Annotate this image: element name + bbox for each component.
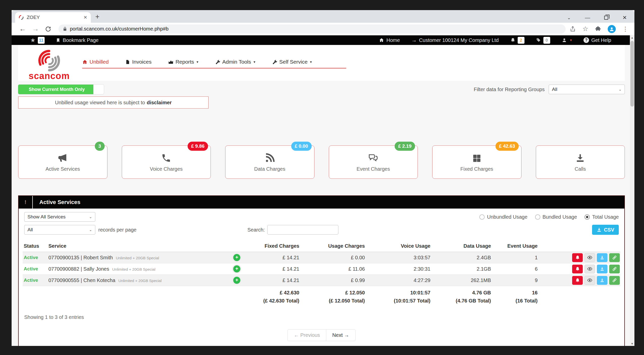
nav-invoices-label: Invoices [132,59,152,65]
address-bar[interactable]: portal.scancom.co.uk/customerHome.php#b [58,24,566,34]
search-input[interactable] [267,225,338,235]
card-voice-charges[interactable]: £ 9.86 Voice Charges [122,145,211,179]
tab-search-chevron-icon[interactable]: ⌄ [567,15,571,20]
nav-unbilled[interactable]: Unbilled [82,59,109,65]
col-service: Service [48,243,226,249]
extensions-puzzle-icon[interactable] [595,26,601,32]
tab-close-icon[interactable]: ✕ [83,15,87,20]
share-icon[interactable] [570,26,576,32]
download-button[interactable] [597,253,607,262]
table-totals-row: £ 42.630 (£ 42.630 Total) £ 12.050 (£ 12… [23,286,620,308]
card-badge: £ 0.00 [291,142,312,151]
current-month-toggle[interactable]: Show Current Month Only [18,85,104,94]
scroll-down-icon[interactable]: ▼ [630,341,634,346]
get-help-button[interactable]: ? Get Help [583,37,611,43]
panel-header: ! Active Services [19,196,624,209]
new-tab-button[interactable]: + [95,13,99,21]
services-filter-value: Show All Services [27,214,66,220]
favorites-badge: 11 [38,37,45,44]
home-link[interactable]: Home [379,37,400,43]
user-menu-button[interactable]: ▾ [562,38,572,43]
alert-bell-button[interactable] [572,253,583,262]
customer-link[interactable]: → Customer 100124 My Company Ltd [412,37,499,43]
radio-unbundled-usage[interactable]: Unbundled Usage [479,214,527,220]
favicon [19,15,24,20]
refresh-icon[interactable] [45,26,51,32]
reporting-groups-label: Filter data for Reporting Groups [474,87,545,92]
home-icon [379,38,384,43]
reporting-groups-value: All [552,87,557,92]
nav-reports[interactable]: Reports ▾ [168,59,198,65]
nav-self-service[interactable]: Self Service ▾ [272,59,312,65]
scrollbar-thumb[interactable] [630,41,634,107]
table-summary: Showing 1 to 3 of 3 entries [19,308,624,323]
home-icon [82,59,87,65]
arrow-right-icon: → [412,37,417,43]
favorites-button[interactable]: ★ 11 [30,37,45,44]
minimize-button[interactable]: — [585,15,590,21]
tags-button[interactable]: 0 [536,37,550,44]
card-label: Voice Charges [150,166,183,172]
back-icon[interactable]: ← [19,25,26,33]
radio-bundled-usage[interactable]: Bundled Usage [535,214,577,220]
previous-page-button[interactable]: ← Previous [288,329,326,341]
expand-row-button[interactable]: + [233,254,240,261]
cell-data-usage: 2.4GB [433,255,493,261]
card-label: Active Services [45,166,80,172]
summary-cards: 3 Active Services £ 9.86 Voice Charges £… [18,145,625,179]
reporting-groups-select[interactable]: All ⌄ [549,85,625,94]
notifications-badge: 2 [518,37,524,44]
disclaimer-notice: Unbilled usage viewed here is subject to… [18,96,209,109]
view-button[interactable] [584,265,595,273]
link-button[interactable] [609,276,620,285]
download-button[interactable] [597,265,607,273]
notifications-button[interactable]: 2 [510,37,524,44]
card-badge: £ 9.86 [188,142,208,151]
url-text: portal.scancom.co.uk/customerHome.php#b [70,26,168,32]
card-fixed-charges[interactable]: £ 42.63 Fixed Charges [432,145,521,179]
page-scrollbar[interactable]: ▲ ▼ [630,35,634,346]
bookmark-page-button[interactable]: Bookmark Page [56,37,99,43]
restore-button[interactable] [604,16,608,20]
tags-icon [536,38,541,43]
records-per-page-select[interactable]: All ⌄ [24,225,95,235]
view-button[interactable] [584,253,595,262]
card-data-charges[interactable]: £ 0.00 Data Charges [225,145,314,179]
link-button[interactable] [609,253,620,262]
close-window-button[interactable]: ✕ [622,15,627,21]
radio-total-usage[interactable]: Total Usage [584,214,619,220]
forward-icon[interactable]: → [32,25,39,33]
home-label: Home [386,37,400,43]
expand-row-button[interactable]: + [233,277,240,284]
view-button[interactable] [584,276,595,285]
disclaimer-link[interactable]: disclaimer [147,100,172,106]
expand-row-button[interactable]: + [233,265,240,272]
card-label: Data Charges [254,166,285,172]
scancom-logo[interactable]: scancom [23,49,76,81]
rss-icon [265,153,275,163]
nav-admin-tools[interactable]: Admin Tools ▾ [215,59,255,65]
lock-icon [63,27,67,31]
download-button[interactable] [597,276,607,285]
csv-export-button[interactable]: CSV [592,225,619,235]
chevron-down-icon: ▾ [196,60,198,64]
panel-handle-icon[interactable]: ! [19,196,32,209]
browser-menu-icon[interactable]: ⋮ [622,26,628,33]
services-filter-select[interactable]: Show All Services ⌄ [24,212,95,222]
nav-invoices[interactable]: Invoices [125,59,152,65]
alert-bell-button[interactable] [572,265,583,273]
status-badge: Active [23,277,48,283]
link-button[interactable] [609,265,620,273]
wrench-icon [272,59,277,65]
bookmark-star-icon[interactable]: ☆ [582,25,588,33]
next-page-button[interactable]: Next → [326,329,355,341]
scroll-up-icon[interactable]: ▲ [630,35,634,40]
card-event-charges[interactable]: £ 2.19 Event Charges [329,145,418,179]
browser-tab[interactable]: ZOEY ✕ [15,12,91,23]
profile-avatar[interactable] [608,25,616,33]
card-active-services[interactable]: 3 Active Services [18,145,107,179]
nav-unbilled-label: Unbilled [90,59,109,65]
card-calls[interactable]: Calls [536,145,625,179]
alert-bell-button[interactable] [572,276,583,285]
star-icon: ★ [30,37,36,44]
